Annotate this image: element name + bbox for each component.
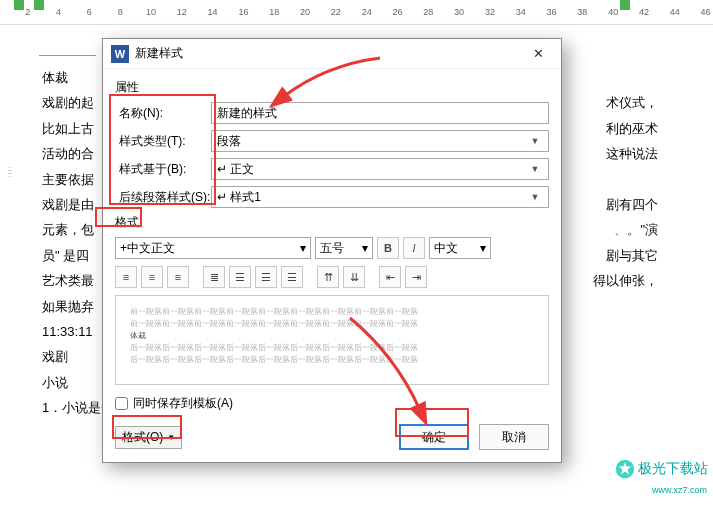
- based-on-combo[interactable]: ↵ 正文▼: [211, 158, 549, 180]
- doc-text: 术仪式，: [606, 91, 658, 114]
- button-label: 格式(O): [122, 429, 163, 446]
- align-center-button[interactable]: ≡: [141, 266, 163, 288]
- word-app-icon: W: [111, 45, 129, 63]
- checkbox-input[interactable]: [115, 397, 128, 410]
- doc-text: 。"演: [627, 222, 658, 237]
- chevron-down-icon: ▾: [300, 241, 306, 255]
- doc-text: 戏剧是由: [42, 197, 94, 212]
- line-spacing-2-button[interactable]: ☰: [281, 266, 303, 288]
- align-right-button[interactable]: ≡: [167, 266, 189, 288]
- section-dots: ::::::: [8, 167, 12, 176]
- dialog-title: 新建样式: [135, 45, 523, 62]
- ruler-marker-right[interactable]: [620, 0, 630, 10]
- doc-text: 艺术类最: [42, 273, 94, 288]
- dialog-titlebar[interactable]: W 新建样式 ✕: [103, 39, 561, 69]
- properties-section-label: 属性: [115, 79, 549, 96]
- preview-line: 前一段落前一段落前一段落前一段落前一段落前一段落前一段落前一段落前一段落: [130, 306, 534, 318]
- combo-value: 五号: [320, 240, 344, 257]
- doc-text: 如果抛弃: [42, 299, 94, 314]
- combo-value: ↵ 正文: [217, 161, 254, 178]
- name-label: 名称(N):: [115, 105, 211, 122]
- cancel-button[interactable]: 取消: [479, 424, 549, 450]
- combo-value: 段落: [217, 133, 241, 150]
- combo-value: 中文: [434, 240, 458, 257]
- following-style-combo[interactable]: ↵ 样式1▼: [211, 186, 549, 208]
- chevron-down-icon: ▾: [362, 241, 368, 255]
- chevron-down-icon: ▼: [527, 164, 543, 174]
- horizontal-ruler: 2468101214161820222426283032343638404244…: [0, 0, 713, 25]
- doc-text: 戏剧的起: [42, 95, 94, 110]
- decrease-spacing-button[interactable]: ⇊: [343, 266, 365, 288]
- style-preview-pane: 前一段落前一段落前一段落前一段落前一段落前一段落前一段落前一段落前一段落 前一段…: [115, 295, 549, 385]
- bold-button[interactable]: B: [377, 237, 399, 259]
- close-button[interactable]: ✕: [523, 46, 553, 61]
- combo-value: +中文正文: [120, 240, 175, 257]
- chevron-down-icon: ▼: [167, 433, 175, 442]
- line-spacing-15-button[interactable]: ☰: [255, 266, 277, 288]
- new-style-dialog: W 新建样式 ✕ 属性 名称(N): 样式类型(T): 段落▼ 样式基于(B):…: [102, 38, 562, 463]
- doc-text: 剧与其它: [606, 244, 658, 267]
- format-section-label: 格式: [115, 214, 549, 231]
- line-spacing-1-button[interactable]: ☰: [229, 266, 251, 288]
- based-on-label: 样式基于(B):: [115, 161, 211, 178]
- checkbox-label: 同时保存到模板(A): [133, 395, 233, 412]
- doc-text: 剧有四个: [606, 193, 658, 216]
- doc-link[interactable]: 、: [614, 222, 627, 237]
- doc-text: 员" 是四: [42, 248, 89, 263]
- preview-line: 后一段落后一段落后一段落后一段落后一段落后一段落后一段落后一段落后一段落: [130, 342, 534, 354]
- chevron-down-icon: ▼: [527, 136, 543, 146]
- doc-text: 主要依据: [42, 172, 94, 187]
- aurora-logo-icon: [615, 459, 635, 479]
- language-combo[interactable]: 中文▾: [429, 237, 491, 259]
- doc-text: 得以伸张，: [593, 269, 658, 292]
- align-justify-button[interactable]: ≣: [203, 266, 225, 288]
- watermark: 极光下载站: [615, 459, 708, 479]
- ok-button[interactable]: 确定: [399, 424, 469, 450]
- preview-line: 前一段落前一段落前一段落前一段落前一段落前一段落前一段落前一段落前一段落: [130, 318, 534, 330]
- save-to-template-checkbox[interactable]: 同时保存到模板(A): [115, 395, 233, 412]
- doc-text: 活动的合: [42, 146, 94, 161]
- font-size-combo[interactable]: 五号▾: [315, 237, 373, 259]
- doc-text: 利的巫术: [606, 117, 658, 140]
- doc-text: 这种说法: [606, 142, 658, 165]
- following-style-label: 后续段落样式(S):: [115, 189, 211, 206]
- style-type-label: 样式类型(T):: [115, 133, 211, 150]
- increase-spacing-button[interactable]: ⇈: [317, 266, 339, 288]
- ruler-marker-left[interactable]: [14, 0, 24, 10]
- align-left-button[interactable]: ≡: [115, 266, 137, 288]
- increase-indent-button[interactable]: ⇥: [405, 266, 427, 288]
- decrease-indent-button[interactable]: ⇤: [379, 266, 401, 288]
- chevron-down-icon: ▼: [527, 192, 543, 202]
- combo-value: ↵ 样式1: [217, 189, 261, 206]
- chevron-down-icon: ▾: [480, 241, 486, 255]
- format-menu-button[interactable]: 格式(O)▼: [115, 426, 182, 449]
- style-name-input[interactable]: [211, 102, 549, 124]
- style-type-combo[interactable]: 段落▼: [211, 130, 549, 152]
- doc-text: 元素，包: [42, 222, 94, 237]
- font-family-combo[interactable]: +中文正文▾: [115, 237, 311, 259]
- preview-line: 后一段落后一段落后一段落后一段落后一段落后一段落后一段落后一段落后一段落: [130, 354, 534, 366]
- italic-button[interactable]: I: [403, 237, 425, 259]
- doc-text: 比如上古: [42, 121, 94, 136]
- ruler-marker-indent[interactable]: [34, 0, 44, 10]
- preview-sample-text: 体裁: [130, 330, 534, 342]
- watermark-text: 极光下载站: [638, 460, 708, 478]
- watermark-url: www.xz7.com: [652, 485, 707, 495]
